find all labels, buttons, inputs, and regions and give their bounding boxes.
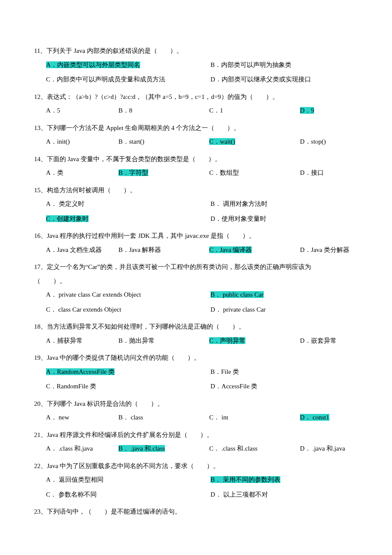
option-row: A． 类定义时B． 调用对象方法时	[34, 199, 358, 209]
option-row: C．创建对象时D．使用对象变量时	[34, 214, 358, 224]
option-b: B．8	[118, 106, 209, 116]
option-c: C．RandomFile 类	[46, 382, 210, 391]
option-b: B． class	[118, 413, 209, 422]
question-stem: 11、下列关于 Java 内部类的叙述错误的是（ ）。	[34, 46, 358, 56]
option-row: A．内嵌类型可以与外层类型同名B．内部类可以声明为抽象类	[34, 60, 358, 70]
question-stem: 14、下面的 Java 变量中，不属于复合类型的数据类型是（ ）。	[34, 154, 358, 164]
option-c: C． class Car extends Object	[46, 305, 210, 315]
option-row: A．Java 文档生成器B．Java 解释器C．Java 编译器D．Java 类…	[34, 245, 358, 255]
option-b: B． .java 和.class	[118, 444, 209, 454]
option-row: C． 参数名称不同D． 以上三项都不对	[34, 490, 358, 500]
option-c: C．声明异常	[209, 336, 300, 346]
option-c: C．内部类中可以声明成员变量和成员方法	[46, 75, 210, 84]
option-a: A．init()	[46, 137, 118, 147]
option-row: A．init()B．start()C．wait()D．stop()	[34, 137, 358, 147]
option-c: C． int	[209, 413, 300, 422]
question-stem: 21、Java 程序源文件和经编译后的文件扩展名分别是（ ）。	[34, 430, 358, 440]
option-row: A． .class 和.javaB． .java 和.classC． .clas…	[34, 444, 358, 454]
exam-page: 11、下列关于 Java 内部类的叙述错误的是（ ）。A．内嵌类型可以与外层类型…	[34, 46, 358, 517]
question-stem-cont: （ ）。	[34, 276, 358, 286]
option-a: A．类	[46, 168, 118, 178]
option-c: C．1	[209, 106, 300, 116]
question-stem: 16、Java 程序的执行过程中用到一套 JDK 工具，其中 javac.exe…	[34, 231, 358, 241]
question-stem: 18、当方法遇到异常又不知如何处理时，下列哪种说法是正确的（ ）。	[34, 322, 358, 332]
question-stem: 15、构造方法何时被调用（ ）。	[34, 185, 358, 195]
question-stem: 22、Java 中为了区别重载多态中同名的不同方法，要求（ ）。	[34, 461, 358, 471]
option-a: A．RandomAccessFile 类	[46, 367, 210, 377]
question-stem: 12、表达式：（a>b）?（c>d）?a:c:d，（其中 a=5，b=9，c=1…	[34, 92, 358, 102]
question-stem: 23、下列语句中，（ ）是不能通过编译的语句。	[34, 507, 358, 517]
option-d: D． 以上三项都不对	[210, 490, 358, 500]
option-d: D．使用对象变量时	[210, 214, 358, 224]
option-row: A．RandomAccessFile 类B．File 类	[34, 367, 358, 377]
option-d: D．接口	[300, 168, 358, 178]
option-a: A． new	[46, 413, 118, 422]
option-b: B． public class Car	[210, 290, 358, 300]
option-c: C．数组型	[209, 168, 300, 178]
option-b: B．Java 解释器	[118, 245, 209, 255]
option-b: B．File 类	[210, 367, 358, 377]
option-d: D． private class Car	[210, 305, 358, 315]
option-row: C． class Car extends ObjectD． private cl…	[34, 305, 358, 315]
option-row: A．类B．字符型C．数组型D．接口	[34, 168, 358, 178]
option-a: A． 返回值类型相同	[46, 475, 210, 485]
option-c: C．Java 编译器	[209, 245, 300, 255]
option-row: C．RandomFile 类D．AccessFile 类	[34, 382, 358, 391]
question-stem: 19、Java 中的哪个类提供了随机访问文件的功能（ ）。	[34, 353, 358, 363]
option-row: C．内部类中可以声明成员变量和成员方法D．内部类可以继承父类或实现接口	[34, 75, 358, 84]
option-b: B．start()	[118, 137, 209, 147]
option-b: B．字符型	[118, 168, 209, 178]
option-c: C． 参数名称不同	[46, 490, 210, 500]
option-a: A．5	[46, 106, 118, 116]
option-row: A． 返回值类型相同B． 采用不同的参数列表	[34, 475, 358, 485]
option-row: A．捕获异常B．抛出异常C．声明异常D．嵌套异常	[34, 336, 358, 346]
option-d: D．嵌套异常	[300, 336, 358, 346]
option-d: D．Java 类分解器	[300, 245, 358, 255]
option-a: A．内嵌类型可以与外层类型同名	[46, 60, 210, 70]
option-a: A． 类定义时	[46, 199, 210, 209]
option-b: B．抛出异常	[118, 336, 209, 346]
option-d: D．stop()	[300, 137, 358, 147]
question-stem: 20、下列哪个 Java 标识符是合法的（ ）。	[34, 399, 358, 409]
option-d: D．9	[300, 106, 358, 116]
option-d: D． .java 和.java	[300, 444, 358, 454]
option-a: A．捕获异常	[46, 336, 118, 346]
option-b: B． 采用不同的参数列表	[210, 475, 358, 485]
option-c: C．创建对象时	[46, 214, 210, 224]
option-c: C．wait()	[209, 137, 300, 147]
question-stem: 13、下列哪一个方法不是 Applet 生命周期相关的 4 个方法之一（ ）。	[34, 123, 358, 133]
option-d: D．内部类可以继承父类或实现接口	[210, 75, 358, 84]
question-stem: 17、定义一个名为“Car”的类，并且该类可被一个工程中的所有类访问，那么该类的…	[34, 262, 358, 272]
option-d: D．AccessFile 类	[210, 382, 358, 391]
option-row: A． newB． classC． intD． const1	[34, 413, 358, 422]
option-row: A． private class Car extends ObjectB． pu…	[34, 290, 358, 300]
option-a: A． .class 和.java	[46, 444, 118, 454]
option-row: A．5B．8C．1D．9	[34, 106, 358, 116]
option-d: D． const1	[300, 413, 358, 422]
option-c: C． .class 和.class	[209, 444, 300, 454]
option-b: B．内部类可以声明为抽象类	[210, 60, 358, 70]
option-a: A． private class Car extends Object	[46, 290, 210, 300]
option-a: A．Java 文档生成器	[46, 245, 118, 255]
option-b: B． 调用对象方法时	[210, 199, 358, 209]
